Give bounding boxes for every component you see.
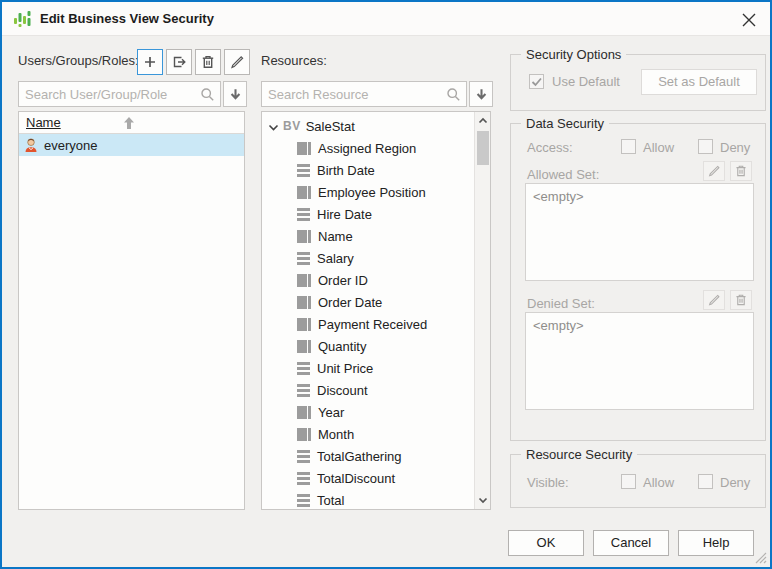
visible-deny-checkbox[interactable] [698,474,713,489]
field-icon [297,296,311,309]
resource-security-group: Resource Security Visible: Allow Deny [510,454,766,508]
user-search-box [18,81,221,107]
data-security-group: Data Security Access: Allow Deny Allowed… [510,123,766,441]
resource-search-apply-button[interactable] [469,81,493,107]
field-icon [297,274,311,287]
tree-item[interactable]: Assigned Region [262,137,490,159]
resource-tree: BV SaleStat Assigned Region Birth Date E… [261,111,491,510]
person-icon [23,137,39,153]
edit-business-view-security-dialog: Edit Business View Security Users/Groups… [0,0,772,569]
trash-icon [734,164,748,178]
move-user-button[interactable] [166,49,192,75]
field-icon [297,230,311,243]
delete-allowed-set-button[interactable] [730,161,752,181]
tree-item[interactable]: Payment Received [262,313,490,335]
edit-denied-set-button[interactable] [703,290,725,310]
scroll-up-icon[interactable] [477,115,489,127]
tree-item[interactable]: TotalGathering [262,445,490,467]
tree-item[interactable]: Total [262,489,490,510]
scroll-down-icon[interactable] [477,494,489,506]
tree-item[interactable]: Name [262,225,490,247]
close-icon[interactable] [738,9,760,31]
add-user-button[interactable] [137,49,163,75]
users-groups-roles-label: Users/Groups/Roles: [18,48,139,74]
users-list: Name everyone [18,111,245,510]
tree-root-salestat[interactable]: BV SaleStat [262,115,490,137]
delete-denied-set-button[interactable] [730,290,752,310]
pencil-icon [707,293,721,307]
security-options-group: Security Options Use Default Set as Defa… [510,54,766,111]
tree-item[interactable]: Hire Date [262,203,490,225]
trash-icon [734,293,748,307]
allowed-set-box[interactable]: <empty> [525,183,754,281]
denied-set-box[interactable]: <empty> [525,312,754,410]
denied-set-label: Denied Set: [527,296,595,311]
tree-scrollbar[interactable] [474,112,490,509]
edit-user-button[interactable] [224,49,250,75]
tree-item[interactable]: Salary [262,247,490,269]
measure-icon [297,494,310,507]
chevron-down-icon[interactable] [268,121,279,132]
visible-label: Visible: [527,475,569,490]
plus-icon [142,54,158,70]
field-icon [297,186,311,199]
scrollbar-thumb[interactable] [477,131,489,165]
access-deny-checkbox[interactable] [698,139,713,154]
visible-deny-label: Deny [720,475,750,490]
visible-allow-label: Allow [643,475,674,490]
search-icon [200,87,215,102]
measure-icon [297,362,310,375]
user-search-apply-button[interactable] [223,81,247,107]
field-icon [297,428,311,441]
trash-icon [200,54,216,70]
visible-allow-checkbox[interactable] [621,474,636,489]
denied-set-value: <empty> [533,318,584,333]
allowed-set-value: <empty> [533,189,584,204]
delete-user-button[interactable] [195,49,221,75]
pencil-icon [707,164,721,178]
dialog-title: Edit Business View Security [40,2,214,36]
resize-grip[interactable] [754,551,767,564]
tree-item[interactable]: Unit Price [262,357,490,379]
title-bar: Edit Business View Security [2,2,770,36]
field-icon [297,142,311,155]
tree-item[interactable]: TotalDiscount [262,467,490,489]
resource-search-box [261,81,467,107]
arrow-down-icon [474,87,489,102]
tree-item[interactable]: Order ID [262,269,490,291]
business-view-icon: BV [283,119,301,133]
access-allow-checkbox[interactable] [621,139,636,154]
resources-label: Resources: [261,48,327,74]
tree-item[interactable]: Discount [262,379,490,401]
measure-icon [297,450,310,463]
export-arrow-icon [171,54,187,70]
data-security-legend: Data Security [521,115,609,132]
user-name: everyone [44,138,97,153]
name-column-header[interactable]: Name [26,112,61,134]
tree-item[interactable]: Order Date [262,291,490,313]
users-list-header[interactable]: Name [19,112,244,134]
use-default-checkbox[interactable] [529,74,544,89]
user-search-input[interactable] [25,82,196,106]
resource-security-legend: Resource Security [521,446,637,463]
tree-item[interactable]: Birth Date [262,159,490,181]
tree-item[interactable]: Month [262,423,490,445]
allowed-set-label: Allowed Set: [527,167,599,182]
tree-item[interactable]: Quantity [262,335,490,357]
tree-item[interactable]: Year [262,401,490,423]
search-icon [446,87,461,102]
field-icon [297,318,311,331]
set-as-default-button[interactable]: Set as Default [641,69,757,95]
resource-search-input[interactable] [268,82,442,106]
tree-item[interactable]: Employee Position [262,181,490,203]
edit-allowed-set-button[interactable] [703,161,725,181]
arrow-down-icon [228,87,243,102]
measure-icon [297,208,310,221]
cancel-button[interactable]: Cancel [593,530,669,556]
security-options-legend: Security Options [521,46,626,63]
access-deny-label: Deny [720,140,750,155]
ok-button[interactable]: OK [508,530,584,556]
use-default-label: Use Default [552,74,620,89]
user-row-everyone[interactable]: everyone [19,134,244,156]
help-button[interactable]: Help [678,530,754,556]
